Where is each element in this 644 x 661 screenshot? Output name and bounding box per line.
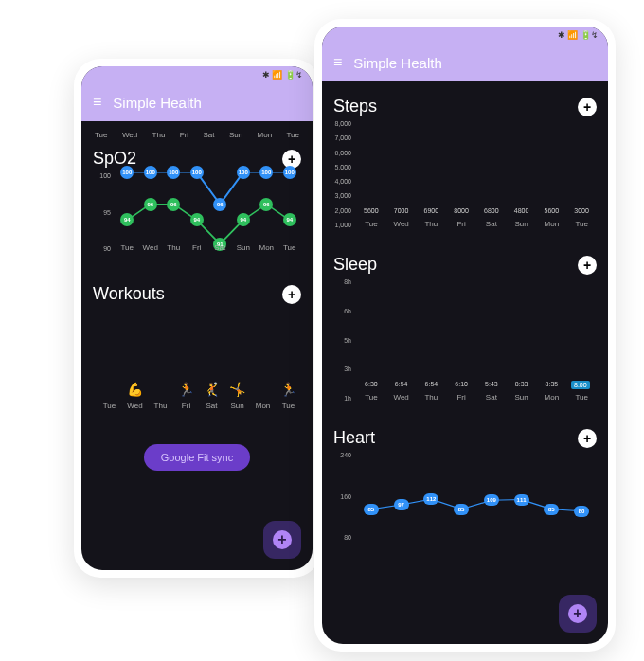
spo2-bar-day: Thu xyxy=(167,243,180,252)
workouts-chart[interactable]: Tue 💪 Wed Thu 🏃 Fri 🤾 Sat 🤸 Sun xyxy=(93,321,301,425)
heart-chart[interactable]: 24016080 8597112851091118580 xyxy=(333,452,597,556)
sleep-bar-day: Tue xyxy=(575,393,588,402)
steps-bar-value: 6800 xyxy=(484,207,499,214)
app-bar-right: ≡ Simple Health xyxy=(322,44,608,81)
sleep-bar: 8:00 8:00 Tue xyxy=(566,381,597,402)
workouts-bar: 🤾 Sat xyxy=(199,381,224,410)
sleep-bar-value: 6:54 xyxy=(425,381,438,387)
content-right: Steps + 8,0007,0006,0005,0004,0003,0002,… xyxy=(322,81,608,565)
spo2-bar-day: Tue xyxy=(121,243,134,252)
steps-y-axis: 8,0007,0006,0005,0004,0003,0002,0001,000 xyxy=(333,120,354,228)
spo2-chart[interactable]: 1009590 10010010010096100100100949696949… xyxy=(93,172,301,267)
google-fit-sync-button[interactable]: Google Fit sync xyxy=(144,444,250,471)
menu-icon[interactable]: ≡ xyxy=(93,94,101,111)
steps-bar: 6900 Thu xyxy=(417,207,447,228)
workouts-bar: 🏃 Tue xyxy=(276,381,301,410)
spo2-bar-day: Mon xyxy=(259,243,274,252)
steps-bar-day: Mon xyxy=(545,220,560,228)
workouts-bar: 🤸 Sun xyxy=(224,381,250,410)
app-bar: ≡ Simple Health xyxy=(81,83,313,121)
days-header-row: TueWedThuFriSatSunMonTue xyxy=(93,131,301,139)
workouts-header: Workouts + xyxy=(93,284,301,304)
sleep-title: Sleep xyxy=(333,255,377,275)
spo2-bar: Sun xyxy=(232,240,256,252)
heart-line-point: 85 xyxy=(544,504,559,515)
status-bar: ✱ 📶 🔋↯ xyxy=(81,66,313,83)
steps-bar-value: 7000 xyxy=(394,207,409,214)
steps-bar: 4800 Sun xyxy=(507,207,537,228)
workouts-bar-day: Thu xyxy=(154,402,168,410)
sleep-bar-value: 8:35 xyxy=(546,381,559,387)
sleep-bar: 8:33 Sun xyxy=(507,381,537,402)
phone-left: ✱ 📶 🔋↯ ≡ Simple Health TueWedThuFriSatSu… xyxy=(74,59,320,578)
sleep-bar: 6:30 Tue xyxy=(356,381,386,402)
sleep-add-button[interactable]: + xyxy=(578,256,597,275)
plus-icon: + xyxy=(568,604,587,623)
steps-bar: 8000 Fri xyxy=(446,207,476,228)
spo2-bar-day: Sun xyxy=(237,243,250,252)
workout-type-icon xyxy=(255,381,272,398)
sleep-bar: 8:35 Mon xyxy=(537,381,567,402)
spo2-bar: Wed xyxy=(139,240,163,252)
steps-bar-value: 5600 xyxy=(364,207,379,214)
heart-header: Heart + xyxy=(333,428,597,448)
spo2-bars: Tue Wed Thu Fri Sat Sun Mon Tue xyxy=(116,172,301,252)
sleep-bars: 6:30 Tue 6:54 Wed 6:54 Thu 6:10 Fri 5:43… xyxy=(356,278,597,402)
sleep-chart[interactable]: 8h6h5h3h1h 6:30 Tue 6:54 Wed 6:54 Thu 6:… xyxy=(333,278,597,417)
workouts-bar-day: Wed xyxy=(127,402,142,410)
sleep-bar-day: Fri xyxy=(456,393,465,402)
steps-bar-value: 4800 xyxy=(514,207,529,214)
phone-right: ✱ 📶 🔋↯ ≡ Simple Health Steps + 8,0007,00… xyxy=(314,19,616,652)
sleep-bar-day: Thu xyxy=(424,393,438,402)
fab-button-right[interactable]: + xyxy=(559,595,597,633)
status-icons: ✱ 📶 🔋↯ xyxy=(262,70,303,80)
steps-bar: 5600 Mon xyxy=(537,207,567,228)
workouts-add-button[interactable]: + xyxy=(282,285,301,304)
workouts-bar-day: Tue xyxy=(282,402,295,410)
sleep-bar: 6:10 Fri xyxy=(446,381,476,402)
status-bar-right: ✱ 📶 🔋↯ xyxy=(322,27,608,44)
workouts-bars: Tue 💪 Wed Thu 🏃 Fri 🤾 Sat 🤸 Sun xyxy=(97,321,301,410)
steps-bar: 5600 Tue xyxy=(356,207,386,228)
workout-type-icon: 🏃 xyxy=(178,381,195,398)
app-title: Simple Health xyxy=(113,95,201,111)
fab-button[interactable]: + xyxy=(263,521,301,559)
sleep-bar-day: Sun xyxy=(515,393,528,402)
spo2-bar-day: Wed xyxy=(143,243,158,252)
sleep-bar-day: Sat xyxy=(486,393,497,402)
app-title: Simple Health xyxy=(353,55,441,71)
steps-bar-day: Fri xyxy=(456,220,465,228)
workout-type-icon xyxy=(152,381,170,398)
workouts-bar: 🏃 Fri xyxy=(173,381,199,410)
sleep-bar-day: Wed xyxy=(393,393,408,402)
steps-bar-value: 6900 xyxy=(424,207,439,214)
spo2-y-axis: 1009590 xyxy=(93,172,114,252)
steps-header: Steps + xyxy=(333,97,597,116)
workout-type-icon: 🏃 xyxy=(280,381,297,398)
sleep-bar: 6:54 Wed xyxy=(386,381,417,402)
steps-bar-day: Sun xyxy=(515,220,528,228)
sleep-header: Sleep + xyxy=(333,255,597,275)
steps-chart[interactable]: 8,0007,0006,0005,0004,0003,0002,0001,000… xyxy=(333,120,597,243)
workouts-title: Workouts xyxy=(93,284,165,304)
spo2-bar-day: Sat xyxy=(214,243,225,252)
workouts-bar-day: Sat xyxy=(206,402,217,410)
heart-add-button[interactable]: + xyxy=(578,429,597,448)
spo2-bar: Tue xyxy=(278,240,302,252)
steps-bar-value: 8000 xyxy=(454,207,469,214)
menu-icon[interactable]: ≡ xyxy=(333,54,342,71)
workouts-bar-day: Sun xyxy=(230,402,243,410)
workouts-bar: Thu xyxy=(148,381,173,410)
steps-add-button[interactable]: + xyxy=(578,98,597,116)
steps-bar-value: 5600 xyxy=(545,207,560,214)
steps-bar: 7000 Wed xyxy=(386,207,417,228)
steps-bars: 5600 Tue 7000 Wed 6900 Thu 8000 Fri 6800… xyxy=(356,120,597,228)
workouts-bar-day: Fri xyxy=(182,402,190,410)
sleep-bar-day: Mon xyxy=(545,393,560,402)
steps-bar: 3000 Tue xyxy=(566,207,597,228)
workouts-bar-day: Tue xyxy=(103,402,116,410)
sleep-bar-value: 6:30 xyxy=(365,381,378,387)
sleep-bar-value: 8:33 xyxy=(515,381,528,387)
status-icons: ✱ 📶 🔋↯ xyxy=(558,30,599,40)
heart-line-point: 97 xyxy=(394,499,409,510)
